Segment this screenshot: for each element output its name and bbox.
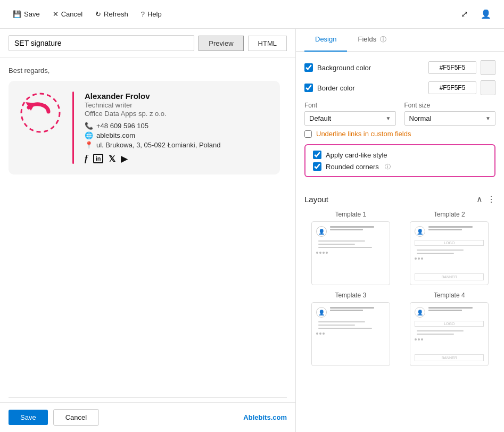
account-button[interactable]: 👤 bbox=[476, 7, 495, 21]
border-color-row: Border color bbox=[304, 80, 495, 95]
fields-info-icon: ⓘ bbox=[380, 36, 386, 43]
template-1-item: Template 1 👤 bbox=[304, 211, 397, 285]
background-color-checkbox[interactable] bbox=[304, 63, 313, 72]
address-row: 📍 ul. Brukowa, 3, 05-092 Łomianki, Polan… bbox=[85, 141, 269, 149]
phone-number: +48 609 596 105 bbox=[96, 122, 148, 130]
font-value: Default bbox=[309, 114, 331, 122]
twitter-x-icon[interactable]: 𝕏 bbox=[109, 154, 115, 164]
right-panel: Design Fields ⓘ Background color Border … bbox=[296, 29, 504, 432]
linkedin-icon[interactable]: in bbox=[93, 154, 104, 163]
person-title: Technical writer bbox=[85, 101, 269, 109]
rounded-corners-info-icon: ⓘ bbox=[385, 163, 391, 171]
cancel-button[interactable]: ✕ Cancel bbox=[48, 8, 87, 20]
layout-title: Layout bbox=[304, 195, 328, 204]
border-color-input[interactable] bbox=[428, 81, 476, 94]
apply-card-checkbox[interactable] bbox=[313, 151, 321, 159]
signature-info: Alexander Frolov Technical writer Office… bbox=[85, 92, 269, 164]
phone-icon: 📞 bbox=[85, 122, 93, 130]
tmpl4-lines bbox=[428, 307, 484, 311]
location-icon: 📍 bbox=[85, 141, 93, 149]
tmpl2-avatar-icon: 👤 bbox=[415, 226, 425, 237]
footer-save-button[interactable]: Save bbox=[9, 410, 48, 425]
font-size-label: Font size bbox=[404, 102, 496, 109]
refresh-button[interactable]: ↻ Refresh bbox=[91, 8, 133, 20]
tmpl2-logo-label: LOGO bbox=[415, 240, 484, 246]
tmpl4-logo-label: LOGO bbox=[415, 321, 484, 327]
layout-collapse-button[interactable]: ∧ bbox=[476, 194, 483, 204]
tmpl4-avatar-icon: 👤 bbox=[415, 307, 425, 318]
cancel-icon: ✕ bbox=[53, 10, 59, 18]
preview-area: Best regards, Alexander Frolov Technical… bbox=[0, 58, 295, 397]
underline-checkbox[interactable] bbox=[304, 130, 312, 138]
font-label: Font bbox=[304, 102, 396, 109]
contact-info: 📞 +48 609 596 105 🌐 ablebits.com 📍 ul. B… bbox=[85, 122, 269, 149]
font-chevron-icon: ▼ bbox=[386, 115, 391, 121]
layout-menu-button[interactable]: ⋮ bbox=[487, 194, 495, 204]
tmpl3-lines bbox=[330, 307, 385, 311]
signature-divider bbox=[72, 92, 74, 164]
signature-name-input[interactable] bbox=[9, 35, 194, 51]
html-tab-button[interactable]: HTML bbox=[248, 36, 287, 51]
background-color-input[interactable] bbox=[428, 61, 476, 74]
person-name: Alexander Frolov bbox=[85, 92, 269, 101]
template-3-card[interactable]: 👤 bbox=[311, 302, 390, 366]
template-4-card[interactable]: 👤 LOGO bbox=[410, 302, 489, 366]
tmpl3-dots bbox=[316, 333, 385, 335]
border-color-swatch[interactable] bbox=[481, 80, 495, 95]
refresh-icon: ↻ bbox=[95, 10, 101, 18]
template-1-label: Template 1 bbox=[335, 211, 366, 218]
font-row: Font Default ▼ Font size Normal ▼ bbox=[304, 102, 495, 126]
brand: Ablebits.com bbox=[243, 413, 287, 421]
signature-card: Alexander Frolov Technical writer Office… bbox=[9, 81, 280, 175]
social-links: f in 𝕏 ▶ bbox=[85, 153, 269, 164]
tmpl3-avatar-icon: 👤 bbox=[316, 307, 327, 318]
svg-point-0 bbox=[21, 94, 60, 132]
underline-row: Underline links in custom fields bbox=[304, 130, 495, 138]
layout-header-icons: ∧ ⋮ bbox=[476, 194, 495, 204]
tmpl3-detail-lines bbox=[318, 321, 385, 329]
brand-name: Ablebits bbox=[243, 413, 270, 421]
footer-cancel-button[interactable]: Cancel bbox=[53, 409, 99, 426]
youtube-icon[interactable]: ▶ bbox=[121, 154, 127, 164]
border-color-label: Border color bbox=[317, 84, 424, 92]
tmpl1-lines bbox=[330, 226, 385, 230]
facebook-icon[interactable]: f bbox=[85, 153, 88, 164]
refresh-label: Refresh bbox=[104, 10, 128, 18]
template-1-card[interactable]: 👤 bbox=[311, 221, 390, 285]
card-style-box: Apply card-like style Rounded corners ⓘ bbox=[304, 144, 495, 177]
tmpl4-detail-lines bbox=[417, 330, 484, 335]
border-color-checkbox[interactable] bbox=[304, 84, 313, 92]
right-tabs: Design Fields ⓘ bbox=[296, 29, 504, 52]
tmpl4-banner-label: BANNER bbox=[415, 354, 484, 361]
preview-tab-button[interactable]: Preview bbox=[199, 36, 243, 51]
tmpl2-lines bbox=[428, 226, 484, 230]
template-2-card[interactable]: 👤 LOGO bbox=[410, 221, 489, 285]
tmpl2-banner-label: BANNER bbox=[415, 273, 484, 280]
brand-suffix: .com bbox=[271, 413, 287, 421]
avatar bbox=[19, 92, 62, 134]
font-size-select[interactable]: Normal ▼ bbox=[404, 111, 496, 126]
fields-tab[interactable]: Fields ⓘ bbox=[347, 29, 396, 52]
templates-grid: Template 1 👤 bbox=[304, 211, 495, 366]
background-color-swatch[interactable] bbox=[481, 60, 495, 75]
help-button[interactable]: ? Help bbox=[137, 8, 166, 20]
expand-button[interactable]: ⤢ bbox=[457, 7, 472, 21]
design-tab[interactable]: Design bbox=[304, 29, 347, 52]
tmpl1-detail-lines bbox=[318, 240, 385, 248]
template-2-label: Template 2 bbox=[434, 211, 465, 218]
save-button[interactable]: 💾 Save bbox=[9, 8, 44, 20]
greeting-text: Best regards, bbox=[9, 67, 287, 74]
help-icon: ? bbox=[141, 10, 145, 18]
font-group: Font Default ▼ bbox=[304, 102, 396, 126]
left-panel: Preview HTML Best regards, A bbox=[0, 29, 296, 432]
rounded-corners-checkbox[interactable] bbox=[313, 162, 321, 171]
save-label: Save bbox=[24, 10, 40, 18]
save-icon: 💾 bbox=[13, 10, 21, 18]
template-3-item: Template 3 👤 bbox=[304, 292, 397, 366]
font-select[interactable]: Default ▼ bbox=[304, 111, 396, 126]
layout-header: Layout ∧ ⋮ bbox=[304, 194, 495, 204]
signature-header: Preview HTML bbox=[0, 29, 295, 58]
template-4-label: Template 4 bbox=[434, 292, 465, 299]
apply-card-label: Apply card-like style bbox=[326, 151, 387, 159]
tmpl4-dots bbox=[415, 338, 484, 340]
